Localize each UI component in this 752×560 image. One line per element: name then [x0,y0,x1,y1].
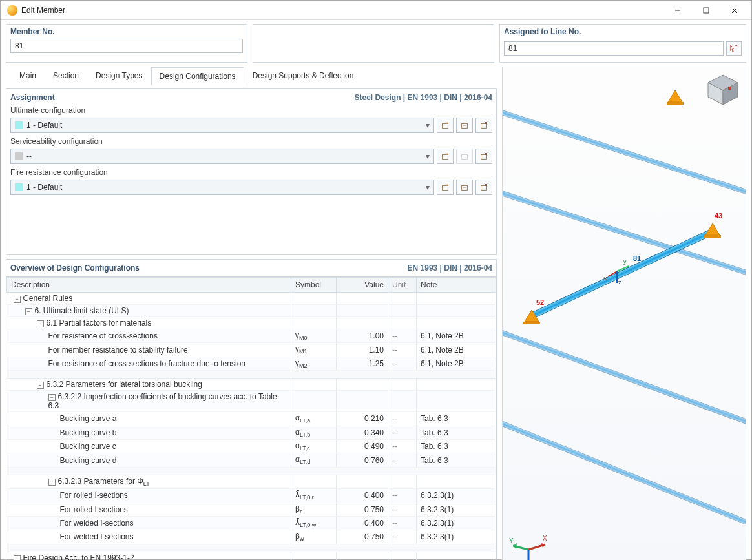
table-row: For resistance of cross-sectionsγM01.00-… [7,329,496,343]
minimize-button[interactable] [663,1,692,20]
tab-strip: Main Section Design Types Design Configu… [6,67,497,85]
table-row: For welded I-sectionsλ̄LT,0,w0.400--6.3.… [7,516,496,530]
table-row: For resistance of cross-sections to frac… [7,357,496,370]
ultimate-delete-button[interactable] [475,118,492,133]
support-icon [703,221,722,240]
fire-new-button[interactable] [437,180,454,195]
serviceability-config-combo[interactable]: -- ▾ [10,149,434,164]
support-icon [665,88,685,107]
expand-collapse-icon[interactable]: − [37,320,44,327]
svg-line-36 [617,266,629,271]
assignment-panel: Assignment Steel Design | EN 1993 | DIN … [6,88,497,255]
svg-text:z: z [618,279,621,285]
expand-collapse-icon[interactable]: − [14,296,21,303]
node-number: 52 [536,298,544,306]
table-row: For member resistance to stability failu… [7,343,496,357]
assigned-line-input[interactable] [504,41,724,56]
table-row: −Fire Design Acc. to EN 1993-1-2 [7,552,496,560]
col-unit[interactable]: Unit [388,278,417,293]
maximize-button[interactable] [692,1,720,20]
tab-main[interactable]: Main [11,67,45,85]
member-no-input[interactable] [10,39,243,53]
table-row: −6.3.2 Parameters for lateral torsional … [7,379,496,391]
table-row: −6.3.2.3 Parameters for ΦLT [7,475,496,488]
svg-rect-23 [481,185,487,190]
svg-rect-19 [443,185,448,190]
support-icon [522,307,541,327]
fire-delete-button[interactable] [475,180,492,195]
overview-standard: EN 1993 | DIN | 2016-04 [408,264,492,273]
ultimate-new-button[interactable] [437,118,454,133]
titlebar: Edit Member [1,1,751,20]
window-title: Edit Member [21,6,65,15]
table-row: For rolled I-sectionsλ̄LT,0,r0.400--6.3.… [7,489,496,503]
overview-header: Overview of Design Configurations [10,264,140,273]
svg-text:y: y [623,258,627,265]
fire-config-value: 1 - Default [26,183,62,192]
middle-blank-panel [253,24,494,63]
fire-edit-button[interactable] [456,180,473,195]
fire-swatch-icon [15,183,23,191]
table-row: For rolled I-sectionsβr0.750--6.3.2.3(1) [7,503,496,516]
overview-table-scroll[interactable]: Description Symbol Value Unit Note −Gene… [6,276,496,560]
svg-marker-34 [668,90,682,102]
svg-rect-21 [462,185,468,190]
member-no-panel: Member No. [6,24,247,63]
col-symbol[interactable]: Symbol [291,278,337,293]
svg-marker-7 [447,122,449,124]
model-viewport[interactable]: y x z 52 43 81 X Y Z [502,67,746,560]
assignment-standard: Steel Design | EN 1993 | DIN | 2016-04 [354,93,492,102]
col-value[interactable]: Value [337,278,388,293]
tab-section[interactable]: Section [45,67,87,85]
table-row: Buckling curve aαLT,a0.210--Tab. 6.3 [7,412,496,426]
table-row [7,371,496,379]
ultimate-config-value: 1 - Default [26,121,62,130]
svg-rect-29 [728,87,731,90]
chevron-down-icon: ▾ [426,152,430,161]
svg-marker-30 [525,310,539,322]
ultimate-edit-button[interactable] [456,118,473,133]
svg-marker-32 [705,223,720,235]
expand-collapse-icon[interactable]: − [14,555,21,560]
svg-text:x: x [604,275,607,282]
serviceability-delete-button[interactable] [475,149,492,164]
expand-collapse-icon[interactable]: − [48,394,56,401]
table-row: Buckling curve cαLT,c0.490--Tab. 6.3 [7,439,496,453]
overview-panel: Overview of Design Configurations EN 199… [6,259,497,560]
svg-rect-6 [443,123,448,128]
table-row: −General Rules [7,293,496,305]
svg-line-38 [608,271,617,276]
close-button[interactable] [720,1,749,20]
table-row: Buckling curve bαLT,b0.340--Tab. 6.3 [7,426,496,439]
expand-collapse-icon[interactable]: − [37,382,44,389]
table-row: −6.1 Partial factors for materials [7,317,496,329]
svg-text:X: X [543,535,547,542]
svg-rect-16 [481,154,487,159]
svg-rect-33 [704,235,721,238]
chevron-down-icon: ▾ [426,183,430,192]
expand-collapse-icon[interactable]: − [48,479,56,486]
assigned-line-panel: Assigned to Line No. [499,24,746,63]
serviceability-edit-button[interactable] [456,149,473,164]
ultimate-config-combo[interactable]: 1 - Default ▾ [10,118,434,133]
tab-design-configurations[interactable]: Design Configurations [151,67,244,85]
pick-line-button[interactable] [726,41,742,56]
col-description[interactable]: Description [7,278,291,293]
svg-rect-10 [481,123,487,128]
svg-rect-8 [462,123,468,128]
local-axes-icon: y x z [603,257,631,287]
fire-config-combo[interactable]: 1 - Default ▾ [10,180,434,195]
view-cube[interactable] [705,72,740,107]
table-row [7,544,496,552]
tab-design-supports-deflection[interactable]: Design Supports & Deflection [244,67,362,85]
ultimate-swatch-icon [15,121,23,129]
table-row: Buckling curve dαLT,d0.760--Tab. 6.3 [7,453,496,467]
col-note[interactable]: Note [417,278,496,293]
table-row: −6. Ultimate limit state (ULS) [7,305,496,317]
svg-marker-14 [447,153,449,155]
app-icon [7,5,17,16]
expand-collapse-icon[interactable]: − [25,308,32,315]
serviceability-new-button[interactable] [437,149,454,164]
member-no-label: Member No. [6,25,247,39]
tab-design-types[interactable]: Design Types [87,67,151,85]
